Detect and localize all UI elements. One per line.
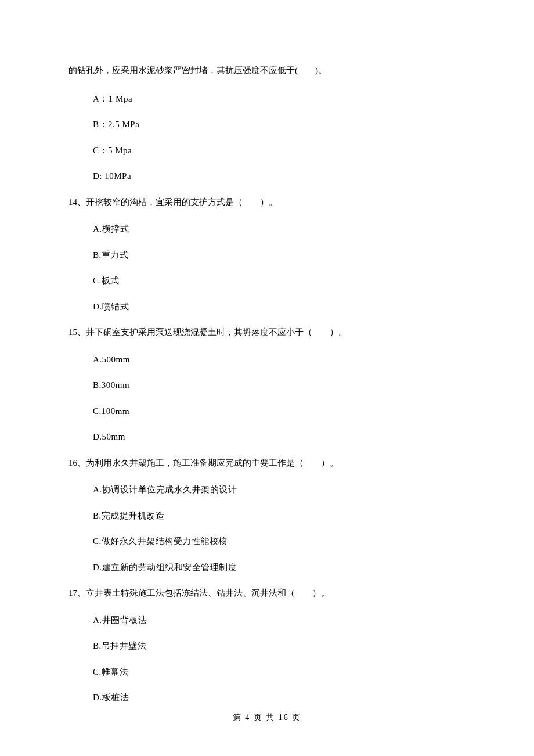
q16-option-c: C.做好永久井架结构受力性能校核 — [93, 535, 466, 548]
q17-option-c: C.帷幕法 — [93, 665, 466, 679]
q17-stem: 17、立井表土特殊施工法包括冻结法、钻井法、沉井法和（ ）。 — [68, 586, 466, 600]
page-footer: 第 4 页 共 16 页 — [0, 711, 534, 723]
q13-option-a: A：1 Mpa — [93, 92, 466, 106]
q17-option-d: D.板桩法 — [93, 691, 466, 704]
q14-option-a: A.横撑式 — [93, 222, 466, 236]
q15-stem: 15、井下硐室支护采用泵送现浇混凝土时，其坍落度不应小于（ ）。 — [68, 326, 466, 339]
q13-option-c: C：5 Mpa — [93, 144, 466, 157]
q16-option-b: B.完成提升机改造 — [93, 509, 466, 523]
q16-option-a: A.协调设计单位完成永久井架的设计 — [93, 483, 466, 496]
q14-option-b: B.重力式 — [93, 249, 466, 262]
q13-options: A：1 Mpa B：2.5 MPa C：5 Mpa D: 10MPa — [93, 92, 466, 183]
q17-block: 17、立井表土特殊施工法包括冻结法、钻井法、沉井法和（ ）。 A.井圈背板法 B… — [68, 586, 466, 704]
q17-option-a: A.井圈背板法 — [93, 614, 466, 627]
q16-stem: 16、为利用永久井架施工，施工准备期应完成的主要工作是（ ）。 — [68, 456, 466, 470]
q15-block: 15、井下硐室支护采用泵送现浇混凝土时，其坍落度不应小于（ ）。 A.500mm… — [68, 326, 466, 444]
q13-options-block: A：1 Mpa B：2.5 MPa C：5 Mpa D: 10MPa — [68, 92, 466, 183]
q16-options: A.协调设计单位完成永久井架的设计 B.完成提升机改造 C.做好永久井架结构受力… — [93, 483, 466, 574]
q16-block: 16、为利用永久井架施工，施工准备期应完成的主要工作是（ ）。 A.协调设计单位… — [68, 456, 466, 574]
q15-options: A.500mm B.300mm C.100mm D.50mm — [93, 353, 466, 444]
q14-option-d: D.喷锚式 — [93, 300, 466, 314]
q14-option-c: C.板式 — [93, 274, 466, 287]
q17-option-b: B.吊挂井壁法 — [93, 639, 466, 653]
q13-option-d: D: 10MPa — [93, 170, 466, 183]
q13-stem-continuation: 的钻孔外，应采用水泥砂浆严密封堵，其抗压强度不应低于( )。 — [68, 64, 466, 77]
q15-option-b: B.300mm — [93, 379, 466, 392]
q15-option-c: C.100mm — [93, 405, 466, 418]
q13-option-b: B：2.5 MPa — [93, 118, 466, 131]
q14-stem: 14、开挖较窄的沟槽，宜采用的支护方式是（ ）。 — [68, 196, 466, 209]
q17-options: A.井圈背板法 B.吊挂井壁法 C.帷幕法 D.板桩法 — [93, 614, 466, 704]
q15-option-a: A.500mm — [93, 353, 466, 366]
q14-block: 14、开挖较窄的沟槽，宜采用的支护方式是（ ）。 A.横撑式 B.重力式 C.板… — [68, 196, 466, 314]
exam-page: 的钻孔外，应采用水泥砂浆严密封堵，其抗压强度不应低于( )。 A：1 Mpa B… — [0, 0, 534, 756]
q16-option-d: D.建立新的劳动组织和安全管理制度 — [93, 561, 466, 574]
q15-option-d: D.50mm — [93, 430, 466, 444]
q14-options: A.横撑式 B.重力式 C.板式 D.喷锚式 — [93, 222, 466, 313]
